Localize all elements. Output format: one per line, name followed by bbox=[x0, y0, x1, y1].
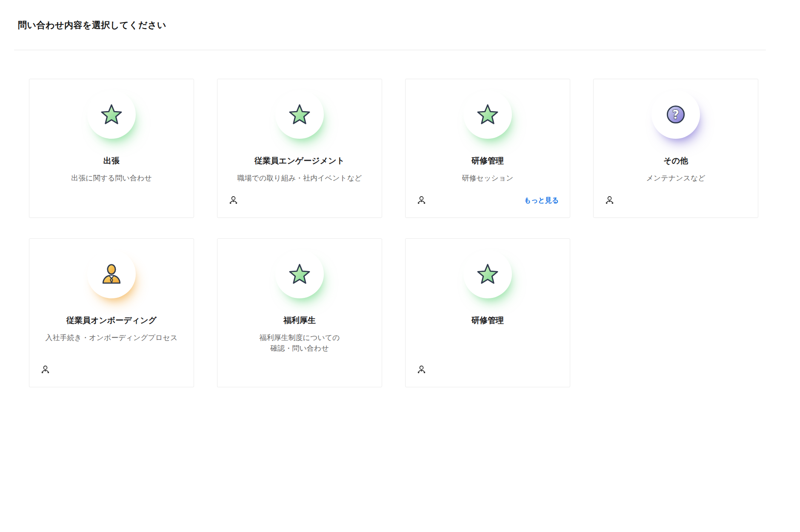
card-description: 福利厚生制度についての 確認・問い合わせ bbox=[260, 332, 340, 354]
category-card[interactable]: 従業員エンゲージメント 職場での取り組み・社内イベントなど bbox=[217, 79, 382, 218]
header-divider bbox=[14, 50, 766, 50]
card-footer bbox=[40, 365, 183, 375]
card-footer: もっと見る bbox=[417, 195, 559, 206]
icon-circle: ? bbox=[651, 90, 700, 139]
card-title: 従業員オンボーディング bbox=[66, 315, 157, 326]
card-description: 入社手続き・オンボーディングプロセス bbox=[46, 332, 178, 343]
icon-circle bbox=[463, 90, 512, 139]
star-icon bbox=[288, 103, 311, 126]
card-title: 出張 bbox=[103, 156, 120, 166]
card-description: 研修セッション bbox=[462, 173, 514, 183]
card-title: 福利厚生 bbox=[283, 315, 316, 326]
icon-circle bbox=[87, 250, 136, 298]
assignee-person-icon bbox=[417, 365, 426, 375]
svg-text:?: ? bbox=[672, 108, 679, 122]
star-icon bbox=[476, 103, 499, 126]
card-description: メンテナンスなど bbox=[646, 173, 705, 183]
page-title: 問い合わせ内容を選択してください bbox=[18, 20, 800, 31]
card-footer bbox=[229, 195, 371, 206]
icon-circle bbox=[275, 90, 324, 139]
card-title: 研修管理 bbox=[471, 156, 504, 166]
category-card[interactable]: 福利厚生 福利厚生制度についての 確認・問い合わせ bbox=[217, 238, 382, 387]
page-header: 問い合わせ内容を選択してください bbox=[0, 0, 800, 31]
assignee-person-icon bbox=[417, 196, 426, 205]
icon-circle bbox=[275, 250, 324, 298]
card-description: 職場での取り組み・社内イベントなど bbox=[237, 173, 362, 183]
more-link[interactable]: もっと見る bbox=[524, 196, 559, 205]
category-card[interactable]: 研修管理 研修セッション もっと見る bbox=[405, 79, 570, 218]
category-card[interactable]: 従業員オンボーディング 入社手続き・オンボーディングプロセス bbox=[29, 238, 194, 387]
icon-circle bbox=[87, 90, 136, 139]
category-card[interactable]: 研修管理 bbox=[405, 238, 570, 387]
card-title: 従業員エンゲージメント bbox=[254, 156, 345, 166]
card-footer bbox=[40, 195, 183, 206]
star-icon bbox=[288, 263, 311, 285]
card-title: 研修管理 bbox=[471, 315, 504, 326]
assignee-person-icon bbox=[605, 196, 614, 205]
card-grid: 出張 出張に関する問い合わせ 従業員エンゲージメント 職場での取り組み・社内イベ… bbox=[29, 79, 800, 387]
person-tie-icon bbox=[100, 263, 123, 285]
assignee-person-icon bbox=[40, 365, 50, 375]
card-title: その他 bbox=[663, 156, 688, 166]
category-card[interactable]: 出張 出張に関する問い合わせ bbox=[29, 79, 194, 218]
card-footer bbox=[229, 365, 371, 375]
category-card[interactable]: ? その他 メンテナンスなど bbox=[593, 79, 758, 218]
card-footer bbox=[605, 195, 747, 206]
question-mark-icon: ? bbox=[665, 104, 686, 125]
star-icon bbox=[476, 263, 499, 285]
icon-circle bbox=[463, 250, 512, 298]
card-footer bbox=[417, 365, 559, 375]
card-description: 出張に関する問い合わせ bbox=[71, 173, 151, 183]
star-icon bbox=[100, 103, 123, 126]
assignee-person-icon bbox=[229, 196, 238, 205]
